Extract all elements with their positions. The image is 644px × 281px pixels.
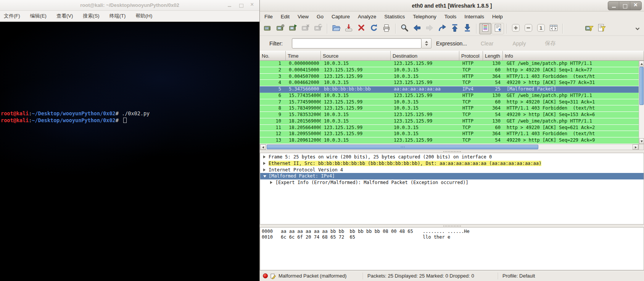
- menu-edit[interactable]: Edit: [281, 14, 290, 19]
- go-back-button[interactable]: [411, 23, 423, 34]
- menu-analyze[interactable]: Analyze: [358, 14, 376, 19]
- zoom-100-button[interactable]: 1: [535, 23, 547, 34]
- terminal-menu-item-0[interactable]: 文件(F): [4, 13, 20, 19]
- colorize-button[interactable]: [479, 23, 491, 34]
- terminal-menu-item-1[interactable]: 编辑(E): [30, 13, 47, 19]
- detail-row-0[interactable]: Frame 5: 25 bytes on wire (200 bits), 25…: [260, 154, 644, 160]
- wireshark-titlebar[interactable]: eth0 and eth1 [Wireshark 1.8.5 ]: [260, 0, 644, 11]
- detail-row-4[interactable]: [Expert Info (Error/Malformed): Malforme…: [260, 179, 644, 186]
- filter-input[interactable]: [292, 38, 422, 48]
- resize-columns-button[interactable]: [547, 23, 560, 34]
- detail-row-1[interactable]: Ethernet II, Src: bb:bb:bb:bb:bb:bb (bb:…: [260, 160, 644, 167]
- toolbar-overflow-button[interactable]: [631, 24, 644, 35]
- reload-button[interactable]: [368, 23, 380, 34]
- terminal-minimize-icon[interactable]: [227, 3, 232, 8]
- packet-list-vertical-scrollbar[interactable]: [639, 61, 644, 144]
- packet-row-3[interactable]: 30.004507000123.125.125.9910.0.3.15HTTP3…: [260, 74, 639, 80]
- menu-internals[interactable]: Internals: [464, 14, 484, 19]
- zoom-in-button[interactable]: [510, 23, 522, 34]
- packet-list-horizontal-scrollbar[interactable]: [260, 144, 639, 150]
- column-header-info[interactable]: Info: [503, 51, 644, 61]
- packet-row-10[interactable]: 1018.20156900010.0.3.15123.125.125.99HTT…: [260, 118, 639, 125]
- wireshark-maximize-icon[interactable]: [619, 2, 630, 10]
- scroll-up-icon[interactable]: [639, 61, 644, 66]
- packet-row-2[interactable]: 20.000415000123.125.125.9910.0.3.15TCP60…: [260, 67, 639, 74]
- scroll-left-icon[interactable]: [260, 144, 266, 150]
- scroll-right-icon[interactable]: [633, 144, 638, 150]
- terminal-menu-item-3[interactable]: 搜索(S): [83, 13, 99, 19]
- expander-closed-icon[interactable]: [263, 162, 266, 165]
- capture-filter-button[interactable]: [583, 23, 595, 34]
- terminal-maximize-icon[interactable]: [239, 3, 243, 8]
- terminal-titlebar[interactable]: root@kali: ~/Desktop/wooyunPython/0x02: [0, 0, 259, 11]
- go-bottom-button[interactable]: [461, 23, 473, 34]
- column-header-no[interactable]: No.: [260, 51, 286, 61]
- packet-row-1[interactable]: 10.00000000010.0.3.15123.125.125.99HTTP1…: [260, 61, 639, 67]
- column-header-time[interactable]: Time: [286, 51, 321, 61]
- packet-row-5[interactable]: 55.347566000bb:bb:bb:bb:bb:bbaa:aa:aa:aa…: [260, 86, 639, 93]
- zoom-out-button[interactable]: [522, 23, 535, 34]
- go-top-button[interactable]: [449, 23, 461, 34]
- print-button[interactable]: [380, 23, 393, 34]
- expert-info-icon[interactable]: [263, 273, 268, 278]
- packet-row-12[interactable]: 1218.209550000123.125.125.9910.0.3.15HTT…: [260, 131, 639, 137]
- packet-row-13[interactable]: 1318.20961200010.0.3.15123.125.125.99TCP…: [260, 137, 639, 144]
- packet-row-8[interactable]: 815.783499000123.125.125.9910.0.3.15HTTP…: [260, 105, 639, 112]
- packet-row-7[interactable]: 715.774590000123.125.125.9910.0.3.15TCP6…: [260, 99, 639, 106]
- auto-scroll-button[interactable]: [492, 23, 504, 34]
- column-header-protocol[interactable]: Protocol: [459, 51, 483, 61]
- hex-row[interactable]: 00106c 6c 6f 20 74 68 65 72 65llo ther e: [262, 234, 644, 240]
- horizontal-scrollbar-handle[interactable]: [267, 145, 538, 149]
- display-filter-button[interactable]: [596, 23, 608, 34]
- menu-tools[interactable]: Tools: [444, 14, 457, 19]
- find-button[interactable]: [398, 23, 411, 34]
- expander-closed-icon[interactable]: [263, 168, 266, 171]
- menu-capture[interactable]: Capture: [332, 14, 350, 19]
- wireshark-close-icon[interactable]: [630, 2, 641, 10]
- menu-statistics[interactable]: Statistics: [384, 14, 405, 19]
- menu-help[interactable]: Help: [492, 14, 503, 19]
- menu-telephony[interactable]: Telephony: [413, 14, 436, 19]
- terminal-screen[interactable]: root@kali:~/Desktop/wooyunPython/0x02# .…: [0, 22, 259, 281]
- column-header-length[interactable]: Length: [483, 51, 503, 61]
- terminal-menu-item-2[interactable]: 查看(V): [56, 13, 73, 19]
- column-header-destination[interactable]: Destination: [391, 51, 459, 61]
- filter-dropdown-spinner[interactable]: [422, 38, 431, 48]
- terminal-menu-item-5[interactable]: 帮助(H): [135, 13, 152, 19]
- go-forward-button[interactable]: [423, 23, 436, 34]
- expression-button[interactable]: Expression...: [436, 40, 467, 47]
- capture-restart-button[interactable]: [312, 23, 324, 34]
- pane-splitter-2[interactable]: [260, 224, 644, 227]
- capture-stop-button[interactable]: [299, 23, 312, 34]
- expander-open-icon[interactable]: [263, 175, 266, 178]
- pane-splitter-1[interactable]: [260, 150, 644, 153]
- terminal-menu-item-4[interactable]: 终端(T): [109, 13, 126, 19]
- menu-go[interactable]: Go: [317, 14, 324, 19]
- close-file-button[interactable]: [355, 23, 367, 34]
- expander-closed-icon[interactable]: [263, 155, 266, 158]
- detail-row-2[interactable]: Internet Protocol Version 4: [260, 167, 644, 173]
- hex-row[interactable]: 0000aa aa aa aa aa aa bb bb bb bb bb bb …: [262, 229, 644, 234]
- clear-button[interactable]: Clear: [481, 40, 493, 47]
- terminal-close-icon[interactable]: [250, 3, 255, 8]
- open-file-button[interactable]: [330, 23, 342, 34]
- capture-start-button[interactable]: [287, 23, 299, 34]
- expander-closed-icon[interactable]: [270, 181, 272, 184]
- packet-row-9[interactable]: 915.78353200010.0.3.15123.125.125.99TCP5…: [260, 112, 639, 118]
- packet-row-6[interactable]: 615.77435400010.0.3.15123.125.125.99HTTP…: [260, 93, 639, 99]
- go-to-packet-button[interactable]: [436, 23, 448, 34]
- wireshark-minimize-icon[interactable]: [608, 2, 619, 10]
- packet-row-11[interactable]: 1118.205664000123.125.125.9910.0.3.15TCP…: [260, 125, 639, 131]
- scroll-down-icon[interactable]: [639, 138, 644, 144]
- packet-bytes-pane[interactable]: 0000aa aa aa aa aa aa bb bb bb bb bb bb …: [260, 227, 644, 270]
- column-header-source[interactable]: Source: [321, 51, 391, 61]
- detail-row-3[interactable]: [Malformed Packet: IPv4]: [260, 173, 644, 179]
- vertical-scrollbar-handle[interactable]: [639, 67, 644, 105]
- menu-file[interactable]: File: [264, 14, 273, 19]
- save-file-button[interactable]: [343, 23, 355, 34]
- interface-list-button[interactable]: [262, 23, 274, 34]
- apply-button[interactable]: Apply: [512, 40, 526, 47]
- menu-view[interactable]: View: [298, 14, 309, 19]
- capture-options-button[interactable]: [274, 23, 287, 34]
- packet-row-4[interactable]: 40.00466200010.0.3.15123.125.125.99TCP54…: [260, 80, 639, 86]
